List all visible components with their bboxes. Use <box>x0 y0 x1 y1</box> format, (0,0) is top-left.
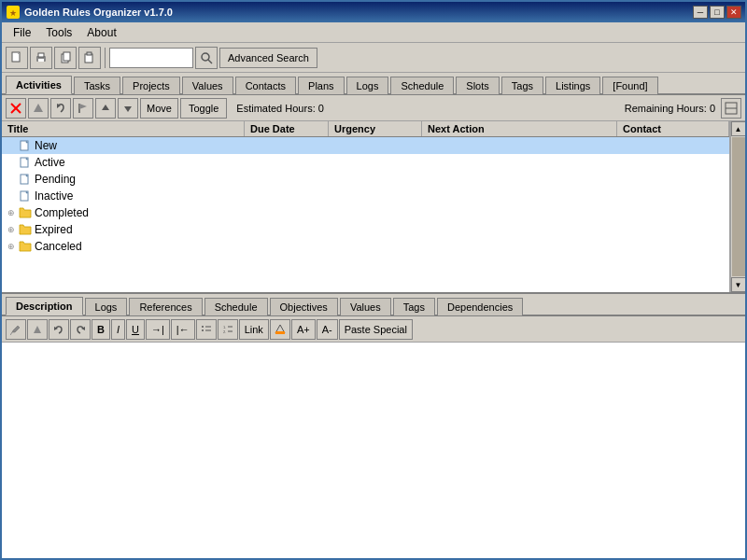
tree-item-completed[interactable]: ⊕ Completed <box>2 204 729 221</box>
flag-button[interactable] <box>73 98 93 119</box>
undo-action-button[interactable] <box>50 98 71 119</box>
maximize-button[interactable]: □ <box>710 6 725 19</box>
remaining-hours-label: Remaining Hours: 0 <box>625 103 715 114</box>
search-input[interactable] <box>109 48 193 68</box>
advanced-search-button[interactable]: Advanced Search <box>219 48 317 68</box>
tree-item-active[interactable]: Active <box>2 154 729 171</box>
expand-icon-canceled: ⊕ <box>6 241 17 252</box>
action-toolbar: Move Toggle Estimated Hours: 0 Remaining… <box>2 95 745 121</box>
menu-file[interactable]: File <box>6 24 38 41</box>
tab-objectives[interactable]: Objectives <box>270 298 338 315</box>
menu-bar: File Tools About <box>2 22 745 43</box>
expand-button[interactable] <box>721 98 741 119</box>
expand-icon-new <box>6 140 17 151</box>
edit-btn-indent-left[interactable]: |← <box>171 319 195 340</box>
tab-activities[interactable]: Activities <box>6 76 72 94</box>
title-bar-buttons: ─ □ ✕ <box>693 6 741 19</box>
edit-btn-color[interactable] <box>270 319 290 340</box>
paste-special-button[interactable]: Paste Special <box>339 319 413 340</box>
folder-icon-expired <box>19 223 32 236</box>
svg-rect-39 <box>275 331 285 334</box>
menu-about[interactable]: About <box>79 24 123 41</box>
item-icon-pending <box>19 173 32 186</box>
item-label-pending: Pending <box>35 173 76 186</box>
toggle-button[interactable]: Toggle <box>180 98 227 119</box>
bottom-tab-bar: Description Logs References Schedule Obj… <box>2 294 745 316</box>
edit-btn-pencil[interactable] <box>6 319 26 340</box>
edit-btn-underline[interactable]: U <box>126 319 145 340</box>
tab-tasks[interactable]: Tasks <box>74 77 120 94</box>
svg-point-30 <box>202 326 204 328</box>
scrollbar[interactable]: ▲ ▼ <box>730 121 745 292</box>
tree-item-expired[interactable]: ⊕ Expired <box>2 221 729 238</box>
print-button[interactable] <box>30 47 52 69</box>
tab-references[interactable]: References <box>129 298 202 315</box>
tab-listings[interactable]: Listings <box>545 77 600 94</box>
edit-btn-italic[interactable]: I <box>111 319 125 340</box>
expand-icon-completed: ⊕ <box>6 207 17 218</box>
up-button[interactable] <box>95 98 116 119</box>
edit-btn-triangle[interactable] <box>27 319 48 340</box>
edit-btn-list-numbered[interactable]: 1.2. <box>218 319 238 340</box>
tree-item-inactive[interactable]: Inactive <box>2 188 729 204</box>
item-icon-inactive <box>19 189 32 203</box>
edit-btn-indent-right[interactable]: →| <box>146 319 170 340</box>
tree-item-new[interactable]: New <box>2 137 729 154</box>
item-icon-new <box>19 139 32 152</box>
close-button[interactable]: ✕ <box>726 6 741 19</box>
edit-btn-link[interactable]: Link <box>239 319 269 340</box>
scroll-thumb[interactable] <box>732 137 745 276</box>
edit-btn-redo[interactable] <box>70 319 91 340</box>
tab-description[interactable]: Description <box>6 297 83 315</box>
edit-btn-font-smaller[interactable]: A- <box>317 319 338 340</box>
edit-btn-undo[interactable] <box>49 319 69 340</box>
editor-area[interactable] <box>2 343 745 558</box>
editor-toolbar: B I U →| |← 1.2. Link A+ A- Paste Specia… <box>2 316 745 343</box>
shape-button[interactable] <box>28 98 49 119</box>
item-label-active: Active <box>35 156 65 169</box>
app-icon: ★ <box>6 5 21 20</box>
tab-tags-bottom[interactable]: Tags <box>393 298 435 315</box>
bottom-panel: Description Logs References Schedule Obj… <box>2 294 745 558</box>
tree-item-pending[interactable]: Pending <box>2 171 729 188</box>
tree-item-canceled[interactable]: ⊕ Canceled <box>2 238 729 255</box>
tab-tags[interactable]: Tags <box>501 77 543 94</box>
copy-button[interactable] <box>54 47 77 69</box>
item-label-canceled: Canceled <box>35 240 82 253</box>
paste-button[interactable] <box>78 47 101 69</box>
search-button[interactable] <box>195 47 218 69</box>
tab-slots[interactable]: Slots <box>456 77 499 94</box>
tab-values-bottom[interactable]: Values <box>340 298 391 315</box>
down-button[interactable] <box>118 98 138 119</box>
tab-projects[interactable]: Projects <box>122 77 180 94</box>
tab-logs[interactable]: Logs <box>346 77 389 94</box>
tab-plans[interactable]: Plans <box>298 77 345 94</box>
svg-rect-4 <box>38 53 44 57</box>
scroll-down[interactable]: ▼ <box>731 277 746 292</box>
minimize-button[interactable]: ─ <box>693 6 708 19</box>
edit-btn-bold[interactable]: B <box>92 319 110 340</box>
top-tab-bar: Activities Tasks Projects Values Contact… <box>2 73 745 95</box>
tab-values[interactable]: Values <box>182 77 233 94</box>
edit-btn-font-larger[interactable]: A+ <box>291 319 316 340</box>
expand-icon-expired: ⊕ <box>6 224 17 235</box>
tab-found[interactable]: [Found] <box>602 77 657 94</box>
tab-logs[interactable]: Logs <box>85 298 128 315</box>
delete-button[interactable] <box>6 98 26 119</box>
tab-schedule[interactable]: Schedule <box>390 77 454 94</box>
svg-marker-18 <box>102 105 109 110</box>
tab-dependencies[interactable]: Dependencies <box>437 298 523 315</box>
new-button[interactable] <box>6 47 28 69</box>
svg-point-32 <box>202 329 204 331</box>
move-button[interactable]: Move <box>140 98 178 119</box>
menu-tools[interactable]: Tools <box>38 24 79 41</box>
expand-icon-active <box>6 157 17 168</box>
svg-rect-5 <box>38 59 44 62</box>
tab-schedule-bottom[interactable]: Schedule <box>204 298 268 315</box>
col-urgency: Urgency <box>329 121 422 136</box>
edit-btn-list-bullet[interactable] <box>196 319 217 340</box>
tab-contacts[interactable]: Contacts <box>235 77 296 94</box>
tree-area: Title Due Date Urgency Next Action Conta… <box>2 121 730 292</box>
scroll-up[interactable]: ▲ <box>731 121 746 136</box>
svg-rect-7 <box>63 52 70 61</box>
